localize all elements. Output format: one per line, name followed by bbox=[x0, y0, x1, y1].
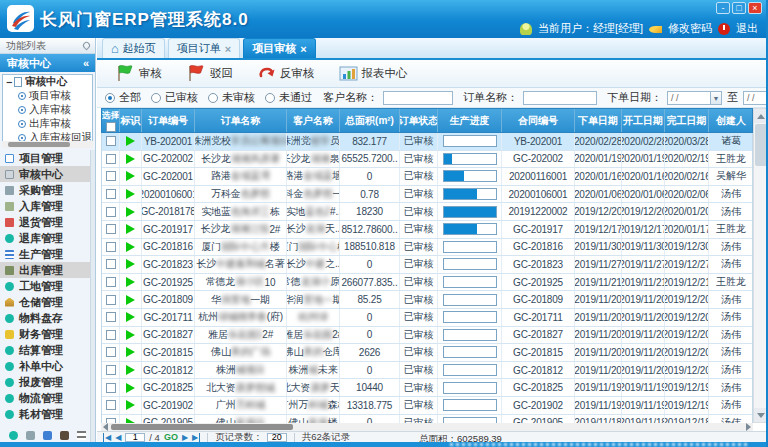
close-button[interactable]: × bbox=[748, 2, 762, 14]
reject-button[interactable]: 驳回 bbox=[176, 62, 243, 86]
table-row[interactable]: GC-201809华润置地一期华润置地一期85.25已审核GC-20180920… bbox=[102, 291, 752, 309]
tab-project-audit[interactable]: 项目审核× bbox=[243, 38, 315, 58]
table-row[interactable]: GC-202001路港金域蓝湾路港金域蓝墙0已审核202001160012020… bbox=[102, 168, 752, 186]
table-row[interactable]: GC-201925常德龙湖小区 10常德龙湖小原..266077.835..已审… bbox=[102, 274, 752, 292]
select-all-checkbox[interactable] bbox=[106, 122, 116, 132]
row-checkbox[interactable] bbox=[106, 400, 116, 410]
sidebar-item-入库管理[interactable]: 入库管理 bbox=[0, 198, 90, 214]
sidebar-item-报废管理[interactable]: 报废管理 bbox=[0, 374, 90, 390]
mini-flag-icon[interactable] bbox=[43, 431, 52, 440]
sidebar-item-财务管理[interactable]: 财务管理 bbox=[0, 326, 90, 342]
sidebar-item-补单中心[interactable]: 补单中心 bbox=[0, 358, 90, 374]
scroll-up-icon[interactable] bbox=[754, 109, 767, 123]
row-checkbox[interactable] bbox=[106, 365, 116, 375]
table-row[interactable]: GC-2018178实地蓝色海岸三栋实地蓝色2#..18230已审核201912… bbox=[102, 203, 752, 221]
horizontal-scrollbar[interactable] bbox=[101, 423, 753, 431]
sidebar-item-出库管理[interactable]: 出库管理 bbox=[0, 262, 90, 278]
sidebar-item-物流管理[interactable]: 物流管理 bbox=[0, 390, 90, 406]
table-row[interactable]: GC-201917长沙龙湖湘江悦2#长沙龙湖天..8512.78600..已审核… bbox=[102, 221, 752, 239]
row-checkbox[interactable] bbox=[106, 383, 116, 393]
sidebar-item-结算管理[interactable]: 结算管理 bbox=[0, 342, 90, 358]
report-center-button[interactable]: 报表中心 bbox=[329, 62, 418, 86]
page-number-input[interactable] bbox=[125, 433, 145, 442]
table-row[interactable]: GC-201902广州万科城广州万科城森林13318.775已审核GC-2019… bbox=[102, 397, 752, 415]
mini-cart-icon[interactable] bbox=[26, 431, 35, 440]
order-date-input[interactable]: / / bbox=[667, 91, 711, 105]
row-checkbox[interactable] bbox=[106, 277, 116, 287]
row-checkbox[interactable] bbox=[106, 171, 116, 181]
scroll-right-icon[interactable] bbox=[746, 423, 751, 431]
row-checkbox[interactable] bbox=[106, 136, 116, 146]
row-checkbox[interactable] bbox=[106, 295, 116, 305]
tab-project-orders[interactable]: 项目订单× bbox=[168, 38, 240, 58]
tree-item[interactable]: 出库审核 bbox=[3, 117, 92, 131]
table-row[interactable]: GC-201812株洲城项目株洲城未来0已审核GC-2018122019/11/… bbox=[102, 362, 752, 380]
scroll-left-icon[interactable] bbox=[103, 423, 108, 431]
row-checkbox[interactable] bbox=[106, 312, 116, 322]
sidebar-item-仓储管理[interactable]: 仓储管理 bbox=[0, 294, 90, 310]
table-row[interactable]: 20200106001万科金色梦想万科金色梦想一期0.78已审核20200106… bbox=[102, 186, 752, 204]
sidebar-item-物料盘存[interactable]: 物料盘存 bbox=[0, 310, 90, 326]
table-row[interactable]: GC-201816厦门国际中心大楼厦门国际中心楼188510.818已审核GC-… bbox=[102, 239, 752, 257]
change-password-link[interactable]: 修改密码 bbox=[668, 21, 712, 36]
unaudit-button[interactable]: 反审核 bbox=[247, 62, 325, 86]
collapse-icon[interactable]: « bbox=[83, 54, 89, 72]
table-row[interactable]: GC-201825北大资源梦想城北大资源梦天..10440已审核GC-20182… bbox=[102, 379, 752, 397]
table-row[interactable]: GC-201815佛山美的广场佛山美的仓库2626已审核GC-201815201… bbox=[102, 344, 752, 362]
mini-key-icon[interactable] bbox=[60, 431, 69, 440]
next-page-icon[interactable]: ▶ bbox=[182, 433, 188, 442]
last-page-icon[interactable]: ▶ bbox=[192, 433, 200, 442]
table-row[interactable]: GC-201827雅居乐花园12#雅居乐花园2#0已审核GC-201827201… bbox=[102, 327, 752, 345]
maximize-button[interactable]: □ bbox=[732, 2, 746, 14]
sidebar-panel-title[interactable]: 审核中心 « bbox=[0, 54, 95, 72]
vertical-scrollbar[interactable] bbox=[753, 108, 768, 423]
sidebar-item-退货管理[interactable]: 退货管理 bbox=[0, 214, 90, 230]
row-checkbox[interactable] bbox=[106, 259, 116, 269]
chevron-down-icon[interactable]: ▼ bbox=[711, 91, 722, 105]
scroll-thumb[interactable] bbox=[755, 124, 767, 166]
close-tab-icon[interactable]: × bbox=[225, 43, 231, 55]
sidebar-item-审核中心[interactable]: 审核中心 bbox=[0, 166, 90, 182]
order-name-input[interactable] bbox=[523, 91, 597, 105]
table-row[interactable]: GC-201905佛山某项目佛山某项楼0已审核GC-2019052019/11/… bbox=[102, 415, 752, 424]
customer-name-input[interactable] bbox=[383, 91, 453, 105]
minimize-button[interactable]: - bbox=[716, 2, 730, 14]
order-date-to-input[interactable]: / / bbox=[743, 91, 768, 105]
row-checkbox[interactable] bbox=[106, 330, 116, 340]
first-page-icon[interactable]: ◀ bbox=[103, 433, 111, 442]
table-row[interactable]: GC-201823长沙中建嘉和城名著长沙中建之..0已审核GC-20182320… bbox=[102, 256, 752, 274]
mini-more-icon[interactable] bbox=[77, 431, 86, 440]
tree-node-audit-center[interactable]: −审核中心 bbox=[3, 75, 92, 89]
radio-已审核[interactable] bbox=[151, 93, 161, 103]
tree-item[interactable]: 项目审核 bbox=[3, 89, 92, 103]
row-checkbox[interactable] bbox=[106, 207, 116, 217]
tab-home[interactable]: ⌂起始页 bbox=[102, 38, 165, 58]
audit-button[interactable]: 审核 bbox=[105, 62, 172, 86]
scroll-thumb[interactable] bbox=[8, 142, 70, 147]
prev-page-icon[interactable]: ◀ bbox=[115, 433, 121, 442]
tree-item[interactable]: 入库审核 bbox=[3, 103, 92, 117]
sidebar-scrollbar[interactable] bbox=[90, 150, 95, 446]
sidebar-item-项目管理[interactable]: 项目管理 bbox=[0, 150, 90, 166]
row-checkbox[interactable] bbox=[106, 189, 116, 199]
tree-horizontal-scrollbar[interactable] bbox=[2, 141, 93, 148]
row-checkbox[interactable] bbox=[106, 347, 116, 357]
radio-全部[interactable] bbox=[105, 93, 115, 103]
sidebar-item-生产管理[interactable]: 生产管理 bbox=[0, 246, 90, 262]
scroll-thumb[interactable] bbox=[111, 424, 293, 430]
radio-未通过[interactable] bbox=[265, 93, 275, 103]
row-checkbox[interactable] bbox=[106, 154, 116, 164]
sidebar-item-耗材管理[interactable]: 耗材管理 bbox=[0, 406, 90, 422]
pin-icon[interactable] bbox=[82, 41, 92, 51]
go-button[interactable]: GO bbox=[164, 432, 178, 442]
row-checkbox[interactable] bbox=[106, 224, 116, 234]
table-row[interactable]: GC-201711杭州绿城桃李春(府)杭州绿0已审核GC-2017112019/… bbox=[102, 309, 752, 327]
close-tab-icon[interactable]: × bbox=[300, 43, 306, 55]
mini-dot-icon[interactable] bbox=[9, 431, 18, 440]
scroll-down-icon[interactable] bbox=[754, 408, 767, 422]
table-row[interactable]: GC-202002长沙龙湖湘风原著长沙龙湖湘泉..65525.7200..已审核… bbox=[102, 151, 752, 169]
sidebar-item-工地管理[interactable]: 工地管理 bbox=[0, 278, 90, 294]
table-row[interactable]: YB-202001株洲党校学员公寓项目株洲党校学员..832.177已审核YB-… bbox=[102, 133, 752, 151]
row-checkbox[interactable] bbox=[106, 242, 116, 252]
sidebar-item-退库管理[interactable]: 退库管理 bbox=[0, 230, 90, 246]
